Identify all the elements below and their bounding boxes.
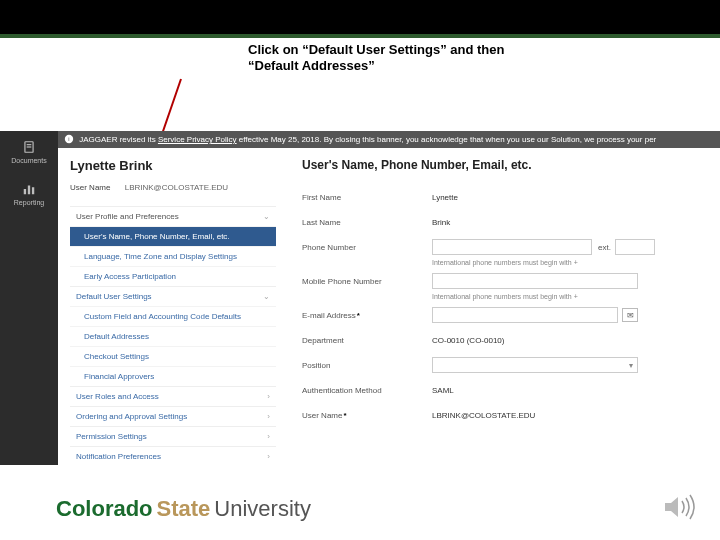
- menu-section-default-user[interactable]: Default User Settings⌄: [70, 286, 276, 306]
- row-email: E-mail Address* ✉: [302, 306, 714, 324]
- row-first-name: First Name Lynette: [302, 188, 714, 206]
- chevron-down-icon: ⌄: [263, 292, 270, 301]
- ext-input[interactable]: [615, 239, 655, 255]
- row-position: Position ▾: [302, 356, 714, 374]
- email-icon[interactable]: ✉: [622, 308, 638, 322]
- menu-section-roles-label: User Roles and Access: [76, 392, 159, 401]
- row-auth: Authentication Method SAML: [302, 381, 714, 399]
- menu-item-financial-approvers[interactable]: Financial Approvers: [70, 366, 276, 386]
- settings-menu: User Profile and Preferences⌄ User's Nam…: [70, 206, 276, 466]
- app-screenshot: Documents Reporting i JAGGAER revised it…: [0, 131, 720, 465]
- chevron-right-icon: ›: [267, 452, 270, 461]
- row-mobile: Mobile Phone Number: [302, 272, 714, 290]
- mobile-hint: International phone numbers must begin w…: [432, 293, 714, 300]
- username-value: LBRINK@COLOSTATE.EDU: [125, 183, 228, 192]
- last-name-label: Last Name: [302, 218, 432, 227]
- chevron-down-icon: ⌄: [263, 212, 270, 221]
- title-bar: [0, 0, 720, 38]
- instruction-text: Click on “Default User Settings” and the…: [248, 42, 508, 75]
- menu-item-early-access[interactable]: Early Access Participation: [70, 266, 276, 286]
- chevron-right-icon: ›: [267, 412, 270, 421]
- menu-section-notification[interactable]: Notification Preferences›: [70, 446, 276, 466]
- menu-item-default-addresses[interactable]: Default Addresses: [70, 326, 276, 346]
- mobile-label: Mobile Phone Number: [302, 277, 432, 286]
- logo-colorado: Colorado: [56, 496, 153, 521]
- ext-label: ext.: [598, 243, 611, 252]
- menu-section-notification-label: Notification Preferences: [76, 452, 161, 461]
- menu-item-language[interactable]: Language, Time Zone and Display Settings: [70, 246, 276, 266]
- phone-label: Phone Number: [302, 243, 432, 252]
- document-icon: [22, 140, 36, 154]
- phone-input[interactable]: [432, 239, 592, 255]
- banner-suffix: effective May 25, 2018. By closing this …: [237, 135, 657, 144]
- row-phone: Phone Number ext.: [302, 238, 714, 256]
- menu-item-custom-field[interactable]: Custom Field and Accounting Code Default…: [70, 306, 276, 326]
- auth-value: SAML: [432, 386, 714, 395]
- menu-section-roles[interactable]: User Roles and Access›: [70, 386, 276, 406]
- chart-icon: [22, 182, 36, 196]
- nav-reporting-label: Reporting: [14, 199, 44, 206]
- chevron-right-icon: ›: [267, 392, 270, 401]
- row-username: User Name* LBRINK@COLOSTATE.EDU: [302, 406, 714, 424]
- svg-rect-4: [28, 186, 30, 195]
- logo-university: University: [214, 496, 311, 521]
- svg-marker-8: [665, 497, 678, 517]
- left-column: Lynette Brink User Name LBRINK@COLOSTATE…: [58, 148, 286, 466]
- side-nav: Documents Reporting: [0, 131, 58, 465]
- menu-item-name-phone[interactable]: User's Name, Phone Number, Email, etc.: [70, 226, 276, 246]
- menu-section-default-user-label: Default User Settings: [76, 292, 152, 301]
- logo-state: State: [157, 496, 211, 521]
- menu-section-profile-label: User Profile and Preferences: [76, 212, 179, 221]
- right-column: User's Name, Phone Number, Email, etc. F…: [286, 148, 720, 431]
- email-label: E-mail Address*: [302, 311, 432, 320]
- auth-label: Authentication Method: [302, 386, 432, 395]
- menu-section-ordering[interactable]: Ordering and Approval Settings›: [70, 406, 276, 426]
- info-icon: i: [64, 134, 74, 144]
- speaker-icon[interactable]: [662, 492, 698, 526]
- mobile-input[interactable]: [432, 273, 638, 289]
- svg-text:i: i: [68, 136, 69, 142]
- footer: Colorado State University: [0, 468, 720, 540]
- department-value: CO-0010 (CO-0010): [432, 336, 714, 345]
- nav-reporting[interactable]: Reporting: [0, 173, 58, 215]
- first-name-value: Lynette: [432, 193, 714, 202]
- email-input[interactable]: [432, 307, 618, 323]
- banner-prefix: JAGGAER revised its: [79, 135, 158, 144]
- form-username-value: LBRINK@COLOSTATE.EDU: [432, 411, 714, 420]
- nav-documents-label: Documents: [11, 157, 46, 164]
- form-username-label: User Name*: [302, 411, 432, 420]
- menu-section-permission[interactable]: Permission Settings›: [70, 426, 276, 446]
- username-row: User Name LBRINK@COLOSTATE.EDU: [70, 183, 276, 192]
- menu-section-permission-label: Permission Settings: [76, 432, 147, 441]
- menu-section-profile[interactable]: User Profile and Preferences⌄: [70, 206, 276, 226]
- csu-logo: Colorado State University: [56, 496, 311, 522]
- position-select[interactable]: ▾: [432, 357, 638, 373]
- position-label: Position: [302, 361, 432, 370]
- banner-link[interactable]: Service Privacy Policy: [158, 135, 237, 144]
- department-label: Department: [302, 336, 432, 345]
- profile-name: Lynette Brink: [70, 158, 276, 173]
- last-name-value: Brink: [432, 218, 714, 227]
- row-department: Department CO-0010 (CO-0010): [302, 331, 714, 349]
- first-name-label: First Name: [302, 193, 432, 202]
- row-last-name: Last Name Brink: [302, 213, 714, 231]
- menu-section-ordering-label: Ordering and Approval Settings: [76, 412, 187, 421]
- svg-rect-5: [32, 187, 34, 194]
- username-label: User Name: [70, 183, 110, 192]
- svg-rect-3: [24, 189, 26, 194]
- form-title: User's Name, Phone Number, Email, etc.: [302, 158, 714, 172]
- privacy-banner[interactable]: i JAGGAER revised its Service Privacy Po…: [58, 131, 720, 148]
- nav-documents[interactable]: Documents: [0, 131, 58, 173]
- chevron-right-icon: ›: [267, 432, 270, 441]
- phone-hint: International phone numbers must begin w…: [432, 259, 714, 266]
- menu-item-checkout[interactable]: Checkout Settings: [70, 346, 276, 366]
